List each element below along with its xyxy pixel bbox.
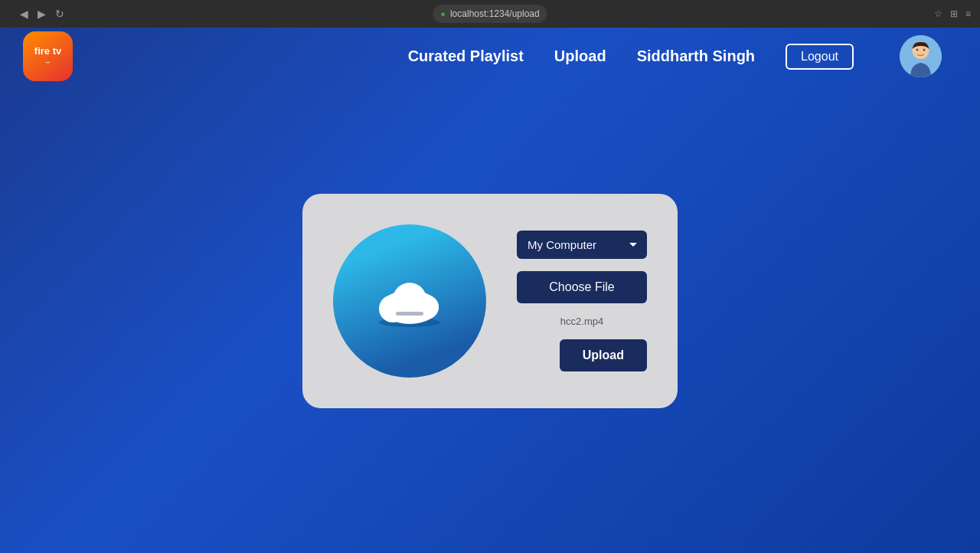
- logo-smile: ⌣: [45, 57, 51, 67]
- logo-text: fire tv: [34, 46, 61, 56]
- back-button[interactable]: ◀: [17, 6, 31, 21]
- source-select[interactable]: My Computer Dropbox Google Drive: [517, 231, 647, 259]
- refresh-button[interactable]: ↻: [52, 6, 67, 21]
- forward-button[interactable]: ▶: [34, 6, 49, 21]
- url-text: localhost:1234/upload: [450, 8, 540, 19]
- nav-upload[interactable]: Upload: [554, 47, 606, 65]
- nav-curated-playlist[interactable]: Curated Playlist: [408, 47, 524, 65]
- logout-button[interactable]: Logout: [786, 44, 854, 70]
- browser-chrome: ◀ ▶ ↻ ● localhost:1234/upload ☆ ⊞ ≡: [0, 0, 980, 28]
- selected-filename: hcc2.mp4: [517, 316, 647, 327]
- cloud-icon-container: [333, 224, 486, 378]
- upload-card: My Computer Dropbox Google Drive Choose …: [302, 194, 678, 408]
- secure-icon: ●: [440, 9, 446, 18]
- address-bar[interactable]: ● localhost:1234/upload: [433, 5, 547, 23]
- avatar[interactable]: [900, 35, 942, 77]
- app-content: fire tv ⌣ Curated Playlist Upload Siddha…: [0, 28, 980, 553]
- svg-point-2: [916, 49, 919, 51]
- upload-controls: My Computer Dropbox Google Drive Choose …: [517, 231, 647, 371]
- browser-toolbar-right: ☆ ⊞ ≡: [933, 7, 972, 21]
- nav-links: Curated Playlist Upload Siddharth Singh …: [408, 35, 942, 77]
- svg-point-8: [414, 295, 439, 319]
- nav-username: Siddharth Singh: [637, 47, 755, 65]
- upload-button[interactable]: Upload: [560, 339, 647, 371]
- avatar-image: [900, 35, 942, 77]
- navbar: fire tv ⌣ Curated Playlist Upload Siddha…: [0, 28, 980, 85]
- choose-file-button[interactable]: Choose File: [517, 271, 647, 303]
- browser-navigation: ◀ ▶ ↻: [17, 6, 67, 21]
- logo[interactable]: fire tv ⌣: [23, 31, 73, 81]
- svg-point-3: [923, 49, 926, 51]
- svg-rect-9: [396, 312, 423, 316]
- extensions-button[interactable]: ⊞: [949, 7, 959, 21]
- bookmark-button[interactable]: ☆: [933, 7, 944, 21]
- cloud-icon: [364, 267, 456, 335]
- menu-button[interactable]: ≡: [964, 7, 972, 21]
